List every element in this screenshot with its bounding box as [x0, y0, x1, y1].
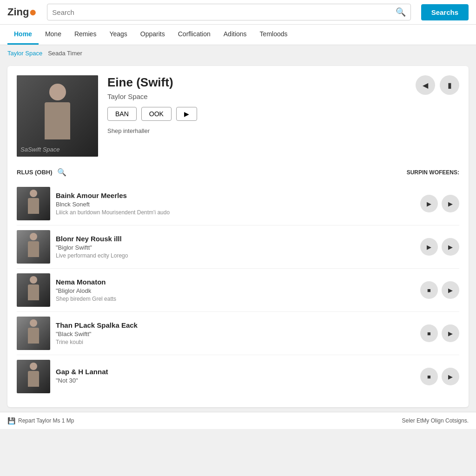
main-content: SaSwift Space Eine (Swift) Taylor Space …	[7, 66, 469, 407]
artist-info: Eine (Swift) Taylor Space BAN OOK ▶ Shep…	[107, 75, 459, 134]
song-next-btn-4[interactable]: ▶	[442, 324, 459, 342]
song-desc-2: Live performand eclty Lorego	[56, 252, 415, 259]
nav-item-remies[interactable]: Remies	[68, 25, 103, 45]
song-person-4	[26, 319, 40, 347]
song-stop-btn-5[interactable]: ■	[420, 368, 438, 385]
nav-item-mone[interactable]: Mone	[39, 25, 68, 45]
song-controls-5: ■ ▶	[420, 368, 459, 385]
artist-subtitle: Taylor Space	[107, 93, 459, 100]
song-controls-3: ■ ▶	[420, 281, 459, 299]
songs-label: RLUS (OBH)	[17, 169, 53, 176]
play-button[interactable]: ▶	[176, 107, 197, 121]
song-title-3: Nema Monaton	[56, 278, 415, 286]
song-person-1	[26, 190, 40, 218]
navigation: Home Mone Remies Yeags Opparits Corflica…	[0, 25, 476, 45]
logo-dot: ●	[29, 6, 37, 19]
header: Zing● 🔍 Searchs	[0, 0, 476, 25]
nav-item-home[interactable]: Home	[7, 25, 39, 45]
nav-item-corflication[interactable]: Corflication	[172, 25, 217, 45]
song-head-4	[30, 319, 37, 327]
song-play-btn-2[interactable]: ▶	[420, 238, 438, 256]
breadcrumb-current: Seada Timer	[48, 50, 82, 57]
search-container: 🔍	[47, 4, 410, 20]
songs-search-icon[interactable]: 🔍	[57, 168, 66, 177]
song-thumb-img-4	[17, 317, 50, 350]
song-artist-3: "Bliglor Alodk	[56, 287, 415, 294]
song-next-btn-3[interactable]: ▶	[442, 281, 459, 299]
search-button[interactable]: Searchs	[421, 4, 469, 20]
song-controls-4: ■ ▶	[420, 324, 459, 342]
song-desc-1: Liiick an burldown Mourisendent Dentm'i …	[56, 209, 415, 216]
song-thumb-5	[17, 360, 50, 393]
song-info-2: Blonr Ney Rousk illl "Biglor Swiftt" Liv…	[56, 235, 415, 259]
song-thumb-img-1	[17, 187, 50, 220]
footer-left: 💾 Repart Taylor Ms 1 Mp	[7, 417, 74, 424]
logo-text: Zing	[7, 6, 29, 18]
song-info-4: Than PLack Spalka Eack "Black Swiftt" Tr…	[56, 321, 415, 345]
song-head-3	[30, 276, 37, 284]
song-play-btn-1[interactable]: ▶	[420, 195, 438, 212]
song-person-2	[26, 233, 40, 261]
breadcrumb-link[interactable]: Taylor Space	[7, 50, 42, 57]
search-icon-button[interactable]: 🔍	[396, 7, 406, 17]
song-list: Baink Amour Meerles Blnck Soneft Liiick …	[17, 182, 459, 398]
nav-item-yeags[interactable]: Yeags	[103, 25, 133, 45]
song-item-2: Blonr Ney Rousk illl "Biglor Swiftt" Liv…	[17, 225, 459, 269]
pause-arrow-button[interactable]: ▮	[440, 75, 459, 95]
footer-icon: 💾	[7, 417, 15, 424]
song-item-3: Nema Monaton "Bliglor Alodk Shep biredem…	[17, 269, 459, 312]
songs-label-row: RLUS (OBH) 🔍	[17, 168, 66, 177]
footer-left-text: Repart Taylor Ms 1 Mp	[18, 417, 74, 424]
sort-label: SURPIN WOFEENS:	[407, 169, 459, 176]
song-artist-1: Blnck Soneft	[56, 201, 415, 208]
song-stop-btn-3[interactable]: ■	[420, 281, 438, 299]
song-stop-btn-4[interactable]: ■	[420, 324, 438, 342]
artist-title: Eine (Swift)	[107, 75, 459, 90]
logo: Zing●	[7, 6, 37, 19]
ban-button[interactable]: BAN	[107, 107, 137, 121]
song-thumb-img-2	[17, 230, 50, 264]
artist-header: SaSwift Space Eine (Swift) Taylor Space …	[17, 75, 459, 157]
song-item-1: Baink Amour Meerles Blnck Soneft Liiick …	[17, 182, 459, 225]
nav-item-aditions[interactable]: Aditions	[217, 25, 253, 45]
song-body-3	[28, 284, 39, 300]
song-person-3	[26, 276, 40, 304]
song-head-2	[30, 233, 37, 240]
artist-description: Shep interhaller	[107, 127, 459, 134]
song-person-5	[26, 363, 40, 390]
song-controls-2: ▶ ▶	[420, 238, 459, 256]
ook-button[interactable]: OOK	[141, 107, 172, 121]
song-artist-4: "Black Swiftt"	[56, 331, 415, 337]
song-next-btn-2[interactable]: ▶	[442, 238, 459, 256]
song-title-4: Than PLack Spalka Eack	[56, 321, 415, 329]
footer: 💾 Repart Taylor Ms 1 Mp Seler EtMy Olign…	[0, 412, 476, 429]
song-thumb-img-5	[17, 360, 50, 393]
song-item-4: Than PLack Spalka Eack "Black Swiftt" Tr…	[17, 312, 459, 355]
song-thumb-img-3	[17, 273, 50, 307]
song-body-1	[28, 198, 39, 214]
songs-header: RLUS (OBH) 🔍 SURPIN WOFEENS:	[17, 168, 459, 177]
nav-item-opparits[interactable]: Opparits	[134, 25, 172, 45]
song-desc-4: Trine koubi	[56, 339, 415, 345]
song-next-btn-1[interactable]: ▶	[442, 195, 459, 212]
song-next-btn-5[interactable]: ▶	[442, 368, 459, 385]
song-artist-2: "Biglor Swiftt"	[56, 244, 415, 251]
nav-item-temloods[interactable]: Temloods	[253, 25, 294, 45]
song-controls-1: ▶ ▶	[420, 195, 459, 212]
song-body-4	[28, 328, 39, 344]
song-title-2: Blonr Ney Rousk illl	[56, 235, 415, 243]
artist-figure	[39, 84, 76, 149]
artist-image-placeholder: SaSwift Space	[17, 75, 98, 157]
song-thumb-2	[17, 230, 50, 264]
footer-right-text: Seler EtMy Olign Cotsigns.	[402, 417, 469, 424]
song-body-5	[28, 371, 39, 387]
song-info-3: Nema Monaton "Bliglor Alodk Shep biredem…	[56, 278, 415, 302]
song-thumb-3	[17, 273, 50, 307]
search-input[interactable]	[52, 8, 395, 16]
song-info-5: Gap & H Lannat "Not 30"	[56, 368, 415, 385]
person-head	[49, 84, 66, 100]
song-thumb-4	[17, 317, 50, 350]
prev-arrow-button[interactable]: ◀	[416, 75, 435, 95]
song-item-5: Gap & H Lannat "Not 30" ■ ▶	[17, 355, 459, 398]
artist-image: SaSwift Space	[17, 75, 98, 157]
